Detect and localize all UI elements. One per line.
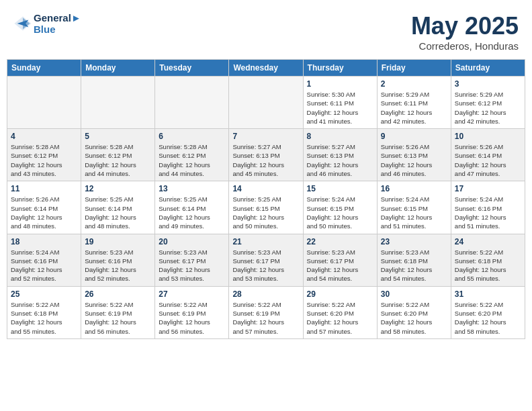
- calendar-cell: 29Sunrise: 5:22 AM Sunset: 6:20 PM Dayli…: [303, 286, 377, 338]
- day-info: Sunrise: 5:29 AM Sunset: 6:11 PM Dayligh…: [381, 90, 447, 126]
- day-number: 22: [307, 237, 373, 246]
- calendar-cell: 10Sunrise: 5:26 AM Sunset: 6:14 PM Dayli…: [451, 129, 525, 181]
- day-number: 31: [455, 289, 521, 299]
- calendar-header-row: SundayMondayTuesdayWednesdayThursdayFrid…: [7, 60, 525, 77]
- day-info: Sunrise: 5:25 AM Sunset: 6:14 PM Dayligh…: [159, 195, 225, 230]
- day-number: 10: [455, 132, 521, 141]
- day-number: 13: [159, 184, 225, 193]
- logo-text: General► Blue: [34, 12, 81, 35]
- calendar-cell: 4Sunrise: 5:28 AM Sunset: 6:12 PM Daylig…: [7, 129, 81, 181]
- calendar-cell: 16Sunrise: 5:24 AM Sunset: 6:15 PM Dayli…: [377, 181, 451, 234]
- calendar-week-row: 18Sunrise: 5:24 AM Sunset: 6:16 PM Dayli…: [7, 234, 525, 286]
- calendar-cell: [7, 77, 81, 129]
- calendar-cell: 31Sunrise: 5:22 AM Sunset: 6:20 PM Dayli…: [451, 286, 525, 338]
- day-number: 24: [455, 237, 521, 246]
- calendar-cell: 26Sunrise: 5:22 AM Sunset: 6:19 PM Dayli…: [81, 286, 155, 338]
- day-number: 3: [455, 79, 521, 89]
- day-info: Sunrise: 5:22 AM Sunset: 6:18 PM Dayligh…: [11, 300, 77, 336]
- day-number: 26: [85, 289, 151, 299]
- day-info: Sunrise: 5:22 AM Sunset: 6:19 PM Dayligh…: [159, 300, 225, 336]
- calendar-cell: [81, 77, 155, 129]
- calendar-cell: 9Sunrise: 5:26 AM Sunset: 6:13 PM Daylig…: [377, 129, 451, 181]
- calendar-cell: 13Sunrise: 5:25 AM Sunset: 6:14 PM Dayli…: [155, 181, 229, 234]
- day-info: Sunrise: 5:23 AM Sunset: 6:18 PM Dayligh…: [381, 248, 447, 283]
- month-title: May 2025: [411, 12, 519, 40]
- day-info: Sunrise: 5:29 AM Sunset: 6:12 PM Dayligh…: [455, 90, 521, 126]
- day-info: Sunrise: 5:27 AM Sunset: 6:13 PM Dayligh…: [307, 142, 373, 178]
- calendar-table: SundayMondayTuesdayWednesdayThursdayFrid…: [7, 59, 525, 339]
- calendar-cell: 24Sunrise: 5:22 AM Sunset: 6:18 PM Dayli…: [451, 234, 525, 286]
- day-info: Sunrise: 5:24 AM Sunset: 6:16 PM Dayligh…: [11, 248, 77, 283]
- calendar-cell: 5Sunrise: 5:28 AM Sunset: 6:12 PM Daylig…: [81, 129, 155, 181]
- day-number: 6: [159, 132, 225, 141]
- calendar-cell: 21Sunrise: 5:23 AM Sunset: 6:17 PM Dayli…: [229, 234, 303, 286]
- day-number: 21: [232, 237, 299, 246]
- calendar-cell: 8Sunrise: 5:27 AM Sunset: 6:13 PM Daylig…: [303, 129, 377, 181]
- page-header: General► Blue May 2025 Correderos, Hondu…: [7, 7, 525, 55]
- weekday-header-tuesday: Tuesday: [155, 60, 229, 77]
- day-number: 4: [11, 132, 77, 141]
- day-number: 9: [381, 132, 447, 141]
- calendar-cell: 2Sunrise: 5:29 AM Sunset: 6:11 PM Daylig…: [377, 77, 451, 129]
- weekday-header-thursday: Thursday: [303, 60, 377, 77]
- day-info: Sunrise: 5:28 AM Sunset: 6:12 PM Dayligh…: [159, 142, 225, 178]
- day-number: 2: [381, 79, 447, 89]
- calendar-week-row: 25Sunrise: 5:22 AM Sunset: 6:18 PM Dayli…: [7, 286, 525, 338]
- weekday-header-monday: Monday: [81, 60, 155, 77]
- day-info: Sunrise: 5:24 AM Sunset: 6:16 PM Dayligh…: [455, 195, 521, 230]
- day-info: Sunrise: 5:24 AM Sunset: 6:15 PM Dayligh…: [381, 195, 447, 230]
- day-number: 15: [307, 184, 373, 193]
- day-info: Sunrise: 5:28 AM Sunset: 6:12 PM Dayligh…: [85, 142, 151, 178]
- calendar-cell: 23Sunrise: 5:23 AM Sunset: 6:18 PM Dayli…: [377, 234, 451, 286]
- calendar-cell: 25Sunrise: 5:22 AM Sunset: 6:18 PM Dayli…: [7, 286, 81, 338]
- logo: General► Blue: [13, 12, 81, 35]
- calendar-cell: [229, 77, 303, 129]
- weekday-header-wednesday: Wednesday: [229, 60, 303, 77]
- calendar-cell: [155, 77, 229, 129]
- calendar-cell: 3Sunrise: 5:29 AM Sunset: 6:12 PM Daylig…: [451, 77, 525, 129]
- day-number: 16: [381, 184, 447, 193]
- weekday-header-friday: Friday: [377, 60, 451, 77]
- day-number: 1: [307, 79, 373, 89]
- day-info: Sunrise: 5:25 AM Sunset: 6:15 PM Dayligh…: [232, 195, 299, 230]
- day-info: Sunrise: 5:23 AM Sunset: 6:17 PM Dayligh…: [159, 248, 225, 283]
- day-info: Sunrise: 5:22 AM Sunset: 6:20 PM Dayligh…: [455, 300, 521, 336]
- day-info: Sunrise: 5:26 AM Sunset: 6:14 PM Dayligh…: [455, 142, 521, 178]
- day-number: 11: [11, 184, 77, 193]
- day-number: 27: [159, 289, 225, 299]
- calendar-cell: 18Sunrise: 5:24 AM Sunset: 6:16 PM Dayli…: [7, 234, 81, 286]
- calendar-week-row: 11Sunrise: 5:26 AM Sunset: 6:14 PM Dayli…: [7, 181, 525, 234]
- day-number: 30: [381, 289, 447, 299]
- day-number: 5: [85, 132, 151, 141]
- day-info: Sunrise: 5:22 AM Sunset: 6:19 PM Dayligh…: [85, 300, 151, 336]
- calendar-cell: 6Sunrise: 5:28 AM Sunset: 6:12 PM Daylig…: [155, 129, 229, 181]
- calendar-cell: 17Sunrise: 5:24 AM Sunset: 6:16 PM Dayli…: [451, 181, 525, 234]
- weekday-header-saturday: Saturday: [451, 60, 525, 77]
- day-number: 18: [11, 237, 77, 246]
- day-info: Sunrise: 5:23 AM Sunset: 6:17 PM Dayligh…: [307, 248, 373, 283]
- day-number: 19: [85, 237, 151, 246]
- day-info: Sunrise: 5:27 AM Sunset: 6:13 PM Dayligh…: [232, 142, 299, 178]
- calendar-cell: 1Sunrise: 5:30 AM Sunset: 6:11 PM Daylig…: [303, 77, 377, 129]
- day-number: 20: [159, 237, 225, 246]
- day-number: 12: [85, 184, 151, 193]
- day-number: 23: [381, 237, 447, 246]
- day-info: Sunrise: 5:23 AM Sunset: 6:16 PM Dayligh…: [85, 248, 151, 283]
- calendar-cell: 22Sunrise: 5:23 AM Sunset: 6:17 PM Dayli…: [303, 234, 377, 286]
- day-number: 14: [232, 184, 299, 193]
- day-info: Sunrise: 5:23 AM Sunset: 6:17 PM Dayligh…: [232, 248, 299, 283]
- day-info: Sunrise: 5:28 AM Sunset: 6:12 PM Dayligh…: [11, 142, 77, 178]
- calendar-week-row: 1Sunrise: 5:30 AM Sunset: 6:11 PM Daylig…: [7, 77, 525, 129]
- calendar-cell: 27Sunrise: 5:22 AM Sunset: 6:19 PM Dayli…: [155, 286, 229, 338]
- day-number: 28: [232, 289, 299, 299]
- day-number: 17: [455, 184, 521, 193]
- calendar-cell: 12Sunrise: 5:25 AM Sunset: 6:14 PM Dayli…: [81, 181, 155, 234]
- day-info: Sunrise: 5:30 AM Sunset: 6:11 PM Dayligh…: [307, 90, 373, 126]
- logo-icon: [13, 14, 32, 33]
- calendar-cell: 19Sunrise: 5:23 AM Sunset: 6:16 PM Dayli…: [81, 234, 155, 286]
- calendar-cell: 28Sunrise: 5:22 AM Sunset: 6:19 PM Dayli…: [229, 286, 303, 338]
- calendar-cell: 15Sunrise: 5:24 AM Sunset: 6:15 PM Dayli…: [303, 181, 377, 234]
- day-info: Sunrise: 5:26 AM Sunset: 6:13 PM Dayligh…: [381, 142, 447, 178]
- day-info: Sunrise: 5:26 AM Sunset: 6:14 PM Dayligh…: [11, 195, 77, 230]
- day-number: 29: [307, 289, 373, 299]
